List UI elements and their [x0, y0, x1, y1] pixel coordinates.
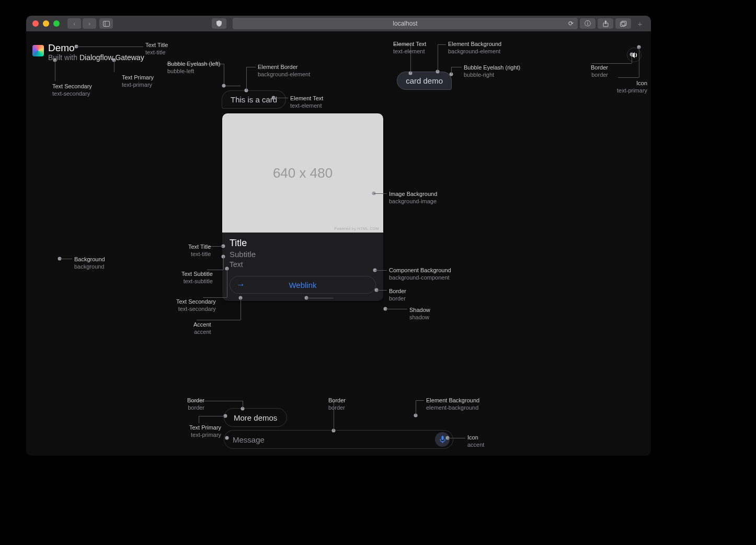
annotation: Component Backgroundbackground-component: [389, 267, 451, 282]
user-message-bubble: card demo: [397, 72, 452, 90]
suggestion-label: More demos: [234, 413, 277, 422]
app-header: Demo Built with Dialogflow Gateway: [32, 43, 144, 62]
annotation: Text Titletext-title: [145, 42, 168, 56]
annotation: Text Secondarytext-secondary: [52, 83, 92, 98]
minimize-window-button[interactable]: [43, 20, 49, 27]
annotation: Text Primarytext-primary: [122, 74, 154, 89]
annotation: Shadowshadow: [409, 307, 430, 321]
browser-window: ‹ › localhost ⟳ ⓘ + Demo: [26, 16, 651, 456]
annotation: Text Primarytext-primary: [189, 424, 221, 439]
card-title: Title: [230, 238, 376, 249]
back-button[interactable]: ‹: [67, 18, 81, 29]
page-content: Demo Built with Dialogflow Gateway card …: [26, 31, 651, 456]
annotation: Image Backgroundbackground-image: [389, 191, 437, 205]
annotation: Borderborder: [328, 397, 346, 412]
annotation: Backgroundbackground: [74, 256, 105, 271]
suggestion-chip[interactable]: More demos: [224, 408, 287, 427]
card-text: Text: [230, 260, 376, 269]
browser-titlebar: ‹ › localhost ⟳ ⓘ +: [26, 16, 651, 31]
annotation: Bubble Eyelash (right)bubble-right: [464, 64, 520, 79]
annotation: Element Backgroundelement-background: [426, 397, 479, 412]
user-message-text: card demo: [406, 76, 443, 85]
arrow-right-icon: →: [236, 280, 245, 290]
window-controls: [32, 20, 60, 27]
sidebar-toggle-button[interactable]: [99, 18, 113, 29]
app-title: Demo: [48, 43, 144, 54]
annotation: Text Secondarytext-secondary: [176, 298, 216, 313]
card-image-badge: Powered by HTML.COM: [334, 227, 379, 230]
annotation: Accentaccent: [193, 321, 211, 336]
svg-rect-3: [620, 22, 625, 26]
annotation: Element Backgroundbackground-element: [448, 41, 501, 55]
annotation: Borderborder: [389, 288, 406, 303]
maximize-window-button[interactable]: [53, 20, 60, 27]
annotation: Icontext-primary: [617, 80, 647, 95]
bot-message-text: This is a card: [231, 95, 277, 104]
response-card: 640 x 480 Powered by HTML.COM Title Subt…: [222, 113, 383, 301]
app-logo: [32, 45, 44, 56]
message-input[interactable]: Message: [224, 430, 453, 449]
message-placeholder: Message: [233, 435, 265, 444]
forward-button[interactable]: ›: [83, 18, 96, 29]
card-weblink-button[interactable]: → Weblink: [230, 276, 376, 294]
annotation: Text Titletext-title: [188, 243, 211, 258]
share-button[interactable]: [598, 18, 613, 29]
card-subtitle: Subtitle: [230, 250, 376, 259]
annotation: Borderborder: [591, 64, 608, 79]
annotation: Element Texttext-element: [290, 95, 323, 110]
mic-icon: [440, 436, 445, 444]
bot-message-bubble: This is a card: [222, 90, 286, 109]
url-text: localhost: [393, 20, 417, 27]
card-image-placeholder: 640 x 480 Powered by HTML.COM: [222, 113, 383, 233]
annotation: Borderborder: [187, 397, 204, 412]
card-button-label: Weblink: [289, 281, 316, 289]
app-subtitle: Built with Dialogflow Gateway: [48, 54, 144, 62]
annotation: Bubble Eyelash (left)bubble-left: [167, 61, 221, 75]
annotation: Text Subtitletext-subtitle: [181, 271, 213, 285]
url-bar[interactable]: localhost ⟳: [233, 18, 578, 29]
reader-button[interactable]: ⓘ: [580, 18, 595, 29]
new-tab-button[interactable]: +: [635, 19, 645, 28]
close-window-button[interactable]: [32, 20, 39, 27]
password-shield-button[interactable]: [212, 18, 226, 29]
svg-rect-0: [103, 21, 109, 26]
annotation: Iconaccent: [467, 434, 484, 449]
annotation: Element Borderbackground-element: [258, 64, 310, 78]
svg-rect-5: [441, 436, 443, 440]
annotation: Element Texttext-element: [393, 41, 426, 55]
svg-rect-4: [622, 21, 626, 25]
reload-icon[interactable]: ⟳: [568, 20, 574, 27]
tabs-button[interactable]: [615, 18, 631, 29]
